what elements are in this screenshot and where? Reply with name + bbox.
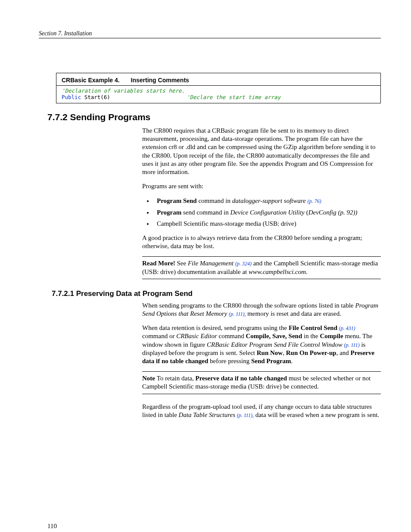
- code-example-label: CRBasic Example 4.: [62, 77, 120, 84]
- code-comment-2: 'Declare the start time array: [187, 94, 280, 100]
- note-bold: Preserve data if no table changed: [196, 375, 287, 382]
- heading-subsection: 7.7.2.1 Preserving Data at Program Send: [52, 289, 381, 298]
- paragraph-italic: CRBasic Editor Program Send File Control…: [207, 341, 344, 348]
- paragraph-bold: File Control Send: [289, 324, 339, 331]
- note-url: www.campbellsci.com: [249, 268, 306, 275]
- page-ref-link[interactable]: (p. 76): [308, 198, 321, 204]
- code-line-2: Public Start(6) 'Declare the start time …: [62, 94, 375, 100]
- paragraph: Programs are sent with:: [142, 182, 381, 190]
- paragraph-bold: Run Now: [257, 349, 283, 356]
- heading-section: 7.7.2 Sending Programs: [47, 112, 381, 122]
- paragraph-bold: Run On Power-up: [286, 349, 336, 356]
- list-text: (: [305, 209, 308, 216]
- code-keyword: Public: [62, 94, 81, 100]
- list-strong: Program Send: [157, 197, 197, 204]
- list-item: Program send command in Device Configura…: [153, 208, 381, 217]
- paragraph-italic: Data Table Structures: [179, 411, 237, 418]
- paragraph-bold: Compile, Save, Send: [246, 333, 302, 339]
- paragraph-text: ,: [283, 349, 286, 356]
- list-italic: Device Configuration Utility: [230, 209, 305, 216]
- paragraph: The CR800 requires that a CRBasic progra…: [142, 127, 381, 176]
- running-header: Section 7. Installation: [39, 30, 381, 38]
- list-italic: datalogger-support software: [232, 197, 308, 204]
- paragraph-text: .: [291, 358, 293, 364]
- paragraph-text: When data retention is desired, send pro…: [142, 324, 289, 331]
- code-text: Start(6): [81, 94, 110, 100]
- code-example-title: CRBasic Example 4. Inserting Comments: [56, 73, 380, 85]
- paragraph-text: command or: [142, 333, 176, 339]
- page-ref-link[interactable]: (p. 324): [235, 261, 252, 267]
- note-lead: Read More!: [142, 260, 177, 267]
- paragraph-text: before pressing: [208, 358, 251, 364]
- paragraph-text: data will be erased when a new program i…: [254, 411, 379, 418]
- paragraph: A good practice is to always retrieve da…: [142, 234, 381, 250]
- read-more-note: Read More! See File Management (p. 324) …: [142, 256, 381, 279]
- note-box: Note To retain data, Preserve data if no…: [142, 371, 381, 394]
- code-example-box: CRBasic Example 4. Inserting Comments 'D…: [56, 73, 381, 103]
- page-ref-link[interactable]: (p. 111),: [229, 311, 246, 317]
- paragraph-text: memory is reset and data are erased.: [246, 310, 341, 317]
- list-text: send command in: [181, 209, 230, 216]
- paragraph-bold: Compile: [320, 333, 343, 339]
- note-italic: File Management: [188, 260, 235, 267]
- page-ref-link[interactable]: (p. 111): [344, 342, 359, 348]
- list-italic: DevConfig (p. 92)): [308, 209, 358, 216]
- paragraph-text: , and: [336, 349, 351, 356]
- list-strong: Program: [157, 209, 181, 216]
- list-item: Campbell Scientific mass-storage media (…: [153, 219, 381, 228]
- code-example-body: 'Declaration of variables starts here. P…: [56, 85, 380, 103]
- list-item: Program Send command in datalogger-suppo…: [153, 196, 381, 205]
- bullet-list: Program Send command in datalogger-suppo…: [142, 196, 381, 228]
- paragraph-text: in the: [302, 333, 320, 339]
- note-text: To retain data,: [157, 375, 196, 382]
- page-ref-link[interactable]: (p. 111),: [237, 412, 254, 418]
- note-text: See: [177, 260, 188, 267]
- page-number: 110: [47, 523, 381, 530]
- paragraph-italic: CRBasic Editor: [176, 333, 217, 339]
- paragraph-bold: Send Program: [251, 358, 291, 364]
- note-lead: Note: [142, 375, 157, 382]
- code-example-name: Inserting Comments: [131, 77, 189, 84]
- paragraph: Regardless of the program-upload tool us…: [142, 403, 381, 419]
- paragraph-text: command: [217, 333, 246, 339]
- paragraph: When data retention is desired, send pro…: [142, 324, 381, 365]
- paragraph-text: When sending programs to the CR800 throu…: [142, 302, 355, 309]
- note-text: .: [306, 268, 308, 275]
- paragraph: When sending programs to the CR800 throu…: [142, 302, 381, 318]
- code-line-1: 'Declaration of variables starts here.: [62, 87, 375, 94]
- list-text: command in: [197, 197, 232, 204]
- page-ref-link[interactable]: (p. 431): [339, 325, 355, 331]
